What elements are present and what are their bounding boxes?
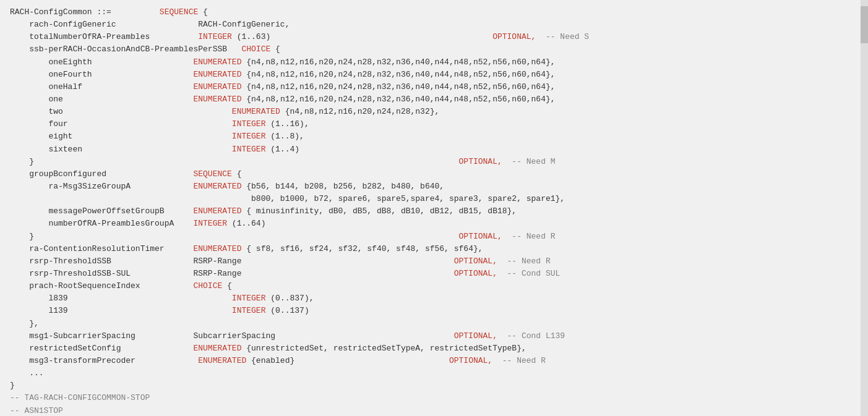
code-token: -- Need M: [502, 157, 556, 166]
code-token: sixteen: [10, 145, 232, 154]
code-token: l139: [10, 306, 232, 315]
code-token: {: [222, 281, 232, 291]
code-line: } OPTIONAL, -- Need R: [10, 231, 858, 243]
code-token: {n4,n8,n12,n16,n20,n24,n28,n32,n36,n40,n…: [241, 57, 555, 67]
code-line: } OPTIONAL, -- Need M: [10, 156, 858, 168]
code-line: eight INTEGER (1..8),: [10, 130, 858, 143]
code-token: numberOfRA-PreamblesGroupA: [10, 219, 193, 228]
code-token: ENUMERATED: [193, 82, 241, 91]
code-token: OPTIONAL,: [454, 269, 497, 278]
code-line: ra-Msg3SizeGroupA ENUMERATED {b56, b144,…: [10, 180, 858, 193]
code-token: one: [10, 95, 193, 104]
code-token: {enabled}: [246, 356, 449, 365]
code-token: ENUMERATED: [193, 70, 241, 79]
code-token: {b56, b144, b208, b256, b282, b480, b640…: [241, 182, 444, 191]
code-token: }: [10, 232, 459, 241]
code-token: four: [10, 119, 232, 129]
code-token: CHOICE: [193, 281, 222, 291]
code-line: numberOfRA-PreamblesGroupA INTEGER (1..6…: [10, 218, 858, 230]
code-line: }: [10, 380, 858, 392]
code-token: INTEGER: [193, 219, 227, 228]
code-line: restrictedSetConfig ENUMERATED {unrestri…: [10, 342, 858, 355]
code-token: groupBconfigured: [10, 169, 193, 179]
scrollbar[interactable]: [861, 0, 868, 416]
code-token: prach-RootSequenceIndex: [10, 281, 193, 291]
code-token: OPTIONAL,: [454, 331, 497, 341]
code-token: two: [10, 107, 232, 116]
code-token: ENUMERATED: [193, 57, 241, 67]
code-token: l839: [10, 294, 232, 303]
code-line: rach-ConfigGeneric RACH-ConfigGeneric,: [10, 19, 858, 31]
code-token: INTEGER: [232, 306, 266, 315]
code-token: SEQUENCE: [160, 7, 198, 17]
scrollbar-thumb[interactable]: [861, 6, 868, 43]
code-line: groupBconfigured SEQUENCE {: [10, 168, 858, 180]
code-token: eight: [10, 132, 232, 141]
code-token: (0..137): [265, 306, 309, 315]
code-token: {: [232, 169, 242, 179]
code-token: CHOICE: [241, 45, 270, 54]
code-line: },: [10, 318, 858, 330]
code-token: INTEGER: [232, 294, 266, 303]
code-line: ...: [10, 367, 858, 380]
code-token: -- Cond L139: [497, 331, 565, 341]
code-token: -- Need R: [492, 356, 546, 365]
code-token: ra-ContentionResolutionTimer: [10, 244, 193, 253]
code-line: ssb-perRACH-OccasionAndCB-PreamblesPerSS…: [10, 43, 858, 56]
code-token: },: [10, 319, 39, 328]
code-container: RACH-ConfigCommon ::= SEQUENCE { rach-Co…: [0, 0, 868, 416]
code-token: SEQUENCE: [193, 169, 231, 179]
code-line: totalNumberOfRA-Preambles INTEGER (1..63…: [10, 31, 858, 43]
code-token: -- TAG-RACH-CONFIGCOMMON-STOP: [10, 393, 150, 402]
code-token: OPTIONAL,: [449, 356, 492, 365]
code-token: { minusinfinity, dB0, dB5, dB8, dB10, dB…: [241, 206, 517, 216]
code-line: messagePowerOffsetGroupB ENUMERATED { mi…: [10, 205, 858, 218]
code-token: (1..4): [265, 145, 299, 154]
code-token: (1..63): [232, 32, 492, 41]
code-line: oneEighth ENUMERATED {n4,n8,n12,n16,n20,…: [10, 56, 858, 69]
code-token: msg1-SubcarrierSpacing SubcarrierSpacing: [10, 331, 454, 341]
code-line: RACH-ConfigCommon ::= SEQUENCE {: [10, 6, 858, 19]
code-token: {: [198, 7, 208, 17]
code-token: -- Need R: [502, 232, 556, 241]
code-token: oneHalf: [10, 82, 193, 91]
code-token: ENUMERATED: [193, 182, 241, 191]
code-token: INTEGER: [232, 132, 266, 141]
code-token: (1..64): [227, 219, 265, 228]
code-token: {: [270, 45, 280, 54]
code-token: INTEGER: [232, 145, 266, 154]
code-token: -- Need R: [497, 257, 551, 266]
code-token: ssb-perRACH-OccasionAndCB-PreamblesPerSS…: [10, 45, 241, 54]
code-line: prach-RootSequenceIndex CHOICE {: [10, 280, 858, 292]
code-line: two ENUMERATED {n4,n8,n12,n16,n20,n24,n2…: [10, 106, 858, 118]
code-line: sixteen INTEGER (1..4): [10, 143, 858, 156]
code-token: (0..837),: [265, 294, 314, 303]
code-token: {unrestrictedSet, restrictedSetTypeA, re…: [241, 344, 526, 353]
code-token: ...: [10, 368, 44, 378]
code-token: INTEGER: [198, 32, 232, 41]
code-line: msg3-transformPrecoder ENUMERATED {enabl…: [10, 355, 858, 367]
code-token: ENUMERATED: [198, 356, 246, 365]
code-token: (1..16),: [265, 119, 309, 129]
code-line: oneFourth ENUMERATED {n4,n8,n12,n16,n20,…: [10, 69, 858, 81]
code-token: oneFourth: [10, 70, 193, 79]
code-token: ENUMERATED: [193, 206, 241, 216]
code-token: { sf8, sf16, sf24, sf32, sf40, sf48, sf5…: [241, 244, 483, 253]
code-line: oneHalf ENUMERATED {n4,n8,n12,n16,n20,n2…: [10, 81, 858, 93]
code-token: ENUMERATED: [232, 107, 280, 116]
code-token: messagePowerOffsetGroupB: [10, 206, 193, 216]
code-token: msg3-transformPrecoder: [10, 356, 198, 365]
code-line: -- ASN1STOP: [10, 405, 858, 417]
code-line: b800, b1000, b72, spare6, spare5,spare4,…: [10, 193, 858, 205]
code-line: four INTEGER (1..16),: [10, 118, 858, 130]
code-token: {n4,n8,n12,n16,n20,n24,n28,n32},: [280, 107, 439, 116]
code-token: RACH-ConfigCommon ::=: [10, 7, 160, 17]
code-token: rsrp-ThresholdSSB RSRP-Range: [10, 257, 454, 266]
code-token: (1..8),: [265, 132, 304, 141]
code-token: totalNumberOfRA-Preambles: [10, 32, 198, 41]
code-token: {n4,n8,n12,n16,n20,n24,n28,n32,n36,n40,n…: [241, 82, 555, 91]
code-token: {n4,n8,n12,n16,n20,n24,n28,n32,n36,n40,n…: [241, 95, 555, 104]
code-token: b800, b1000, b72, spare6, spare5,spare4,…: [10, 194, 565, 203]
code-token: rach-ConfigGeneric RACH-ConfigGeneric,: [10, 20, 290, 29]
code-token: rsrp-ThresholdSSB-SUL RSRP-Range: [10, 269, 454, 278]
